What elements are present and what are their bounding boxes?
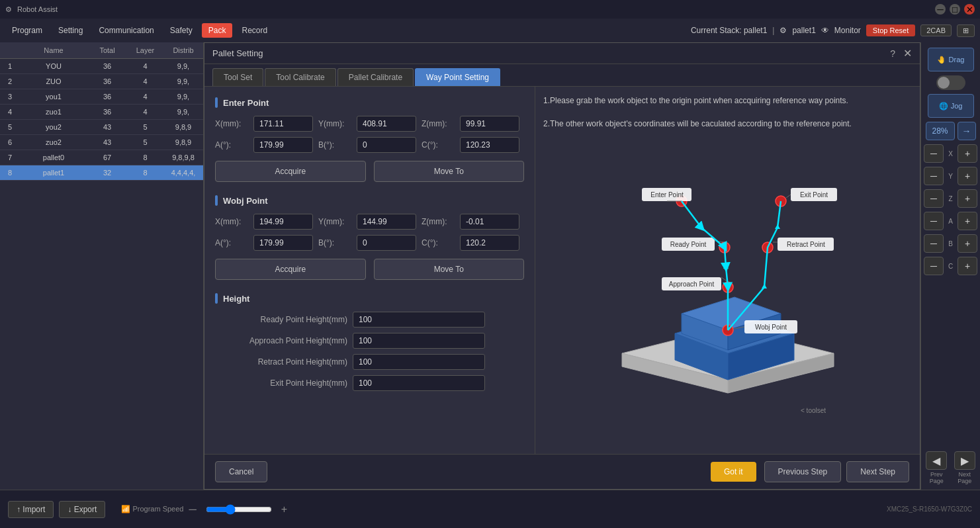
b-minus-button[interactable]: ─: [924, 234, 944, 253]
exit-point-height-input[interactable]: [353, 375, 485, 391]
previous-step-button[interactable]: Previous Step: [764, 461, 842, 482]
ready-point-label: Ready Point: [670, 241, 706, 248]
wobj-y-input[interactable]: [357, 214, 416, 230]
exit-point-label: Exit Point: [799, 191, 827, 198]
table-row[interactable]: 8 pallet1 32 8 4,4,4,4,: [0, 165, 203, 181]
title-bar: ⚙ Robot Assist ─ □ ✕: [0, 0, 980, 19]
a-plus-button[interactable]: +: [958, 212, 977, 230]
wobj-z-input[interactable]: [460, 214, 519, 230]
speed-plus-icon[interactable]: +: [281, 504, 287, 515]
approach-point-height-row: Approach Point Height(mm): [215, 333, 524, 349]
minimize-button[interactable]: ─: [935, 4, 946, 15]
y-plus-button[interactable]: +: [958, 167, 977, 185]
table-row[interactable]: 4 zuo1 36 4 9,9,: [0, 105, 203, 120]
x-minus-button[interactable]: ─: [924, 144, 944, 163]
nav-record[interactable]: Record: [235, 23, 274, 38]
status-text: XMC25_S-R1650-W7G3Z0C: [887, 506, 972, 513]
next-page-button[interactable]: ▶: [954, 451, 975, 470]
enter-x-input[interactable]: [253, 116, 313, 132]
current-stack-label: Current Stack: pallet1: [691, 26, 767, 35]
tab-tool-calibrate[interactable]: Tool Calibrate: [265, 68, 335, 86]
cab-button[interactable]: 2CAB: [920, 24, 952, 36]
speed-slider[interactable]: [206, 504, 272, 515]
prev-page-label: Prev Page: [924, 471, 950, 484]
percent-button[interactable]: 28%: [926, 122, 955, 140]
wobj-b-label: B(°):: [318, 238, 351, 247]
drag-button[interactable]: 🤚 Drag: [928, 48, 974, 71]
z-minus-button[interactable]: ─: [924, 189, 944, 208]
settings-icon-button[interactable]: ⊞: [957, 24, 975, 37]
b-axis-label: B: [946, 240, 955, 247]
approach-point-height-input[interactable]: [353, 333, 485, 349]
z-axis-label: Z: [946, 195, 955, 202]
prev-page-button[interactable]: ◀: [926, 451, 947, 470]
enter-point-xyz-row: X(mm): Y(mm): Z(mm):: [215, 116, 524, 132]
svg-marker-24: [775, 224, 780, 229]
enter-a-input[interactable]: [253, 137, 313, 153]
modal-help-button[interactable]: ?: [890, 48, 895, 59]
table-row[interactable]: 6 zuo2 43 5 9,8,9: [0, 135, 203, 150]
enter-x-label: X(mm):: [215, 119, 248, 128]
tab-tool-set[interactable]: Tool Set: [212, 68, 263, 86]
table-row[interactable]: 2 ZUO 36 4 9,9,: [0, 74, 203, 89]
enter-point-acquire-button[interactable]: Accquire: [215, 161, 366, 182]
monitor-label: Monitor: [834, 26, 861, 35]
wobj-b-input[interactable]: [357, 235, 416, 251]
pallet-label: pallet1: [792, 26, 815, 35]
row-total: 36: [87, 76, 127, 87]
wobj-point-acquire-button[interactable]: Accquire: [215, 259, 366, 280]
export-button[interactable]: ↓ Export: [59, 501, 105, 518]
nav-communication[interactable]: Communication: [92, 23, 160, 38]
table-row[interactable]: 5 you2 43 5 9,8,9: [0, 120, 203, 135]
axis-a-row: ─ A +: [924, 212, 977, 230]
tab-way-point-setting[interactable]: Way Point Setting: [415, 68, 500, 86]
nav-safety[interactable]: Safety: [163, 23, 199, 38]
close-button[interactable]: ✕: [964, 4, 975, 15]
app-icon: ⚙: [5, 5, 12, 14]
table-row[interactable]: 7 pallet0 67 8 9,8,9,8: [0, 150, 203, 165]
import-button[interactable]: ↑ Import: [8, 501, 54, 518]
enter-point-moveto-button[interactable]: Move To: [374, 161, 525, 182]
b-plus-button[interactable]: +: [958, 234, 977, 253]
y-minus-button[interactable]: ─: [924, 167, 944, 185]
enter-y-input[interactable]: [357, 116, 416, 132]
wobj-point-abc-row: A(°): B(°): C(°):: [215, 235, 524, 251]
wobj-a-input[interactable]: [253, 235, 313, 251]
got-it-button[interactable]: Got it: [711, 462, 756, 482]
modal-close-button[interactable]: ✕: [903, 47, 912, 60]
drag-icon: 🤚: [937, 56, 946, 64]
table-row[interactable]: 3 you1 36 4 9,9,: [0, 89, 203, 105]
jog-button[interactable]: 🌐 Jog: [928, 94, 974, 118]
nav-program[interactable]: Program: [5, 23, 49, 38]
row-distrib: 9,9,: [163, 61, 203, 71]
retract-point-height-input[interactable]: [353, 354, 485, 370]
nav-setting[interactable]: Setting: [52, 23, 89, 38]
a-minus-button[interactable]: ─: [924, 212, 944, 230]
row-num: 7: [0, 152, 20, 163]
speed-minus-icon[interactable]: ─: [189, 504, 196, 515]
c-plus-button[interactable]: +: [958, 257, 977, 275]
next-step-button[interactable]: Next Step: [846, 461, 909, 482]
c-minus-button[interactable]: ─: [924, 257, 944, 275]
enter-z-input[interactable]: [460, 116, 519, 132]
stop-reset-button[interactable]: Stop Reset: [866, 24, 915, 36]
cancel-button[interactable]: Cancel: [215, 461, 267, 482]
enter-c-input[interactable]: [460, 137, 519, 153]
ready-point-height-input[interactable]: [353, 312, 485, 328]
maximize-button[interactable]: □: [950, 4, 960, 15]
table-row[interactable]: 1 YOU 36 4 9,9,: [0, 59, 203, 74]
drag-toggle[interactable]: [936, 75, 965, 90]
row-layer: 5: [127, 137, 163, 148]
enter-b-input[interactable]: [357, 137, 416, 153]
nav-pack[interactable]: Pack: [202, 23, 233, 38]
row-total: 43: [87, 122, 127, 132]
x-plus-button[interactable]: +: [958, 144, 977, 163]
wobj-point-moveto-button[interactable]: Move To: [374, 259, 525, 280]
wobj-x-input[interactable]: [253, 214, 313, 230]
tab-pallet-calibrate[interactable]: Pallet Calibrate: [337, 68, 414, 86]
arrow-right-button[interactable]: →: [958, 122, 976, 140]
row-name: pallet0: [20, 152, 87, 163]
wobj-c-input[interactable]: [460, 235, 519, 251]
diagram-svg-container: Wobj Point Approach Point Ready Point: [543, 141, 912, 446]
z-plus-button[interactable]: +: [958, 189, 977, 208]
